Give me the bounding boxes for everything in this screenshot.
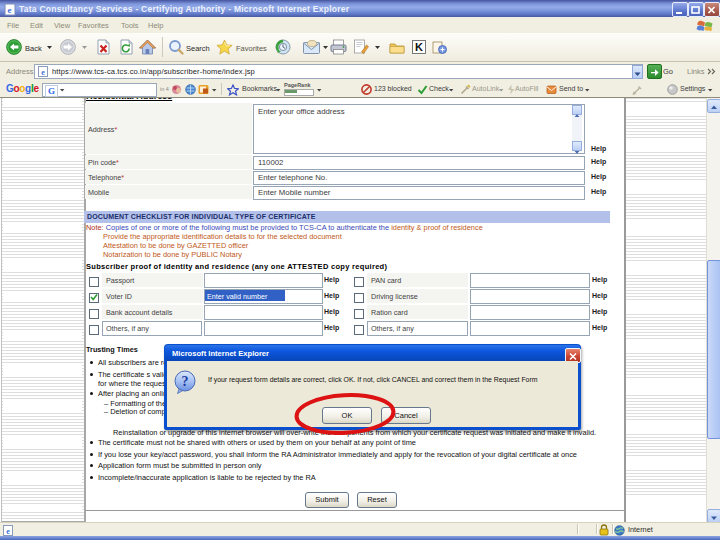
svg-text:e: e <box>6 527 10 536</box>
svg-text:e: e <box>8 5 12 15</box>
svg-text:?: ? <box>182 374 189 389</box>
svg-text:e: e <box>41 68 45 77</box>
svg-text:K: K <box>415 41 423 53</box>
